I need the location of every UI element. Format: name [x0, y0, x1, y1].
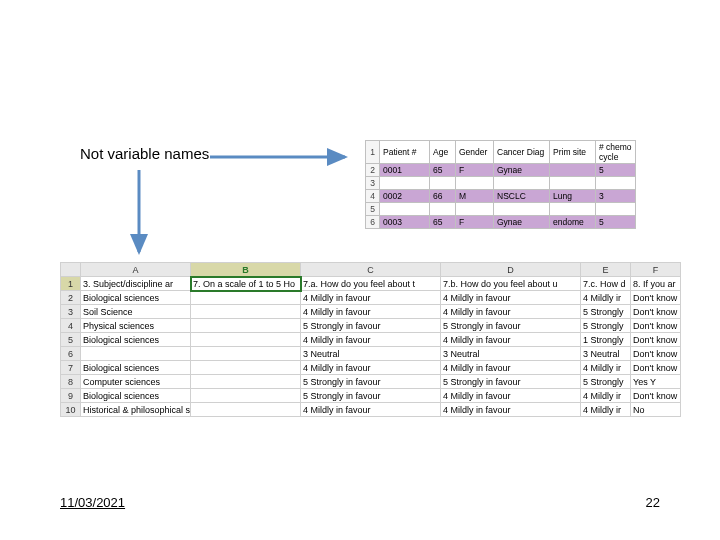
row-number: 2: [61, 291, 81, 305]
cell: Gynae: [494, 216, 550, 229]
cell: 4 Mildly in favour: [441, 389, 581, 403]
row-number: 6: [61, 347, 81, 361]
cell: Biological sciences: [81, 291, 191, 305]
cell: 5: [596, 164, 636, 177]
column-header: F: [631, 263, 681, 277]
cell: 4 Mildly in favour: [441, 333, 581, 347]
cell: Don't know: [631, 305, 681, 319]
column-header: B: [191, 263, 301, 277]
cell: [191, 333, 301, 347]
row-number: 3: [366, 177, 380, 190]
cell: 5 Strongly in favour: [301, 375, 441, 389]
cell: [430, 177, 456, 190]
cell: Biological sciences: [81, 389, 191, 403]
cell: Age: [430, 141, 456, 164]
cell: 4 Mildly in favour: [301, 305, 441, 319]
cell: 4 Mildly in favour: [301, 361, 441, 375]
cell: 5 Strongly: [581, 319, 631, 333]
cell: Computer sciences: [81, 375, 191, 389]
cell: 4 Mildly ir: [581, 291, 631, 305]
cell: [380, 177, 430, 190]
cell: [191, 375, 301, 389]
row-number: 1: [366, 141, 380, 164]
cell: 1 Strongly: [581, 333, 631, 347]
cell: 4 Mildly in favour: [441, 361, 581, 375]
cell: Don't know: [631, 333, 681, 347]
cell: Historical & philosophical studies: [81, 403, 191, 417]
annotation-label: Not variable names: [80, 145, 209, 162]
cell: Gender: [456, 141, 494, 164]
cell: 0001: [380, 164, 430, 177]
row-number: 10: [61, 403, 81, 417]
cell: 3 Neutral: [301, 347, 441, 361]
column-header: C: [301, 263, 441, 277]
cell: 3 Neutral: [581, 347, 631, 361]
cell: 66: [430, 190, 456, 203]
header-cell: 7.b. How do you feel about u: [441, 277, 581, 291]
cell: Yes Y: [631, 375, 681, 389]
cell: 0003: [380, 216, 430, 229]
cell: 4 Mildly in favour: [301, 333, 441, 347]
cell: [494, 203, 550, 216]
cell: 3 Neutral: [441, 347, 581, 361]
cell: M: [456, 190, 494, 203]
cell: Lung: [550, 190, 596, 203]
cell: 4 Mildly in favour: [441, 291, 581, 305]
cell: Biological sciences: [81, 361, 191, 375]
arrow-right-icon: [210, 148, 355, 166]
cell: [191, 361, 301, 375]
cell: [191, 319, 301, 333]
cell: Physical sciences: [81, 319, 191, 333]
survey-spreadsheet: ABCDEF13. Subject/discipline ar7. On a s…: [60, 262, 681, 417]
cell: [550, 177, 596, 190]
header-cell: 3. Subject/discipline ar: [81, 277, 191, 291]
cell: Don't know: [631, 347, 681, 361]
cell: [191, 291, 301, 305]
cell: [550, 203, 596, 216]
cell: 5 Strongly in favour: [301, 319, 441, 333]
footer-page-number: 22: [646, 495, 660, 510]
cell: 4 Mildly in favour: [301, 403, 441, 417]
cell: [430, 203, 456, 216]
cell: Prim site: [550, 141, 596, 164]
cell: 4 Mildly ir: [581, 361, 631, 375]
cell: No: [631, 403, 681, 417]
cell: F: [456, 164, 494, 177]
cell: endome: [550, 216, 596, 229]
cell: [456, 203, 494, 216]
arrow-down-icon: [130, 170, 148, 260]
cell: 65: [430, 216, 456, 229]
cell: 5 Strongly in favour: [441, 319, 581, 333]
cell: Don't know: [631, 389, 681, 403]
row-number: 3: [61, 305, 81, 319]
cell: NSCLC: [494, 190, 550, 203]
cell: [191, 403, 301, 417]
cell: [596, 203, 636, 216]
cell: [191, 305, 301, 319]
row-number: 9: [61, 389, 81, 403]
header-cell: 7.a. How do you feel about t: [301, 277, 441, 291]
cell: [191, 347, 301, 361]
cell: [494, 177, 550, 190]
header-cell: 7.c. How d: [581, 277, 631, 291]
cell: [456, 177, 494, 190]
cell: Don't know: [631, 319, 681, 333]
row-number: 6: [366, 216, 380, 229]
column-header: E: [581, 263, 631, 277]
cell: Gynae: [494, 164, 550, 177]
row-number: 4: [366, 190, 380, 203]
cell: Cancer Diag: [494, 141, 550, 164]
cell: 5 Strongly in favour: [301, 389, 441, 403]
cell: 4 Mildly in favour: [441, 305, 581, 319]
row-number: 1: [61, 277, 81, 291]
cell: 4 Mildly in favour: [441, 403, 581, 417]
row-number: 5: [61, 333, 81, 347]
cell: 4 Mildly ir: [581, 389, 631, 403]
cell: F: [456, 216, 494, 229]
column-header: [61, 263, 81, 277]
header-cell: 8. If you ar: [631, 277, 681, 291]
column-header: A: [81, 263, 191, 277]
cell: [596, 177, 636, 190]
cell: 5 Strongly: [581, 375, 631, 389]
cell: 5 Strongly in favour: [441, 375, 581, 389]
